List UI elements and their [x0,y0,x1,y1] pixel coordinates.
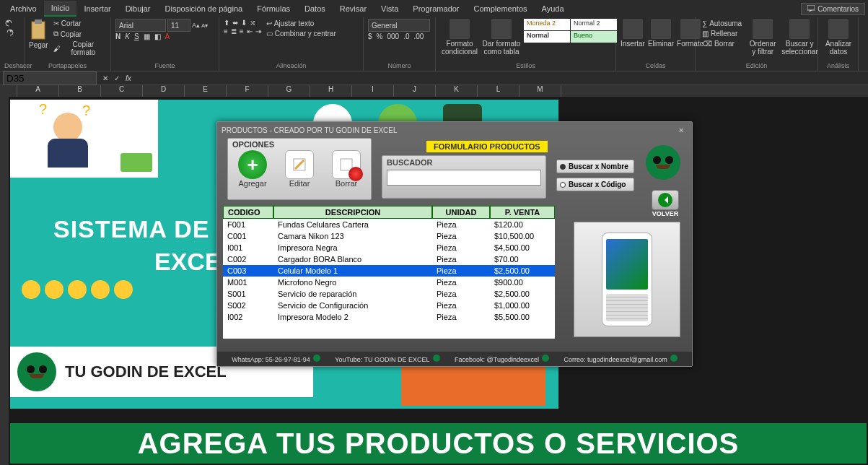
table-row[interactable]: C002Cargador BORA BlancoPieza$70.00 [223,253,555,265]
col-header-unidad[interactable]: UNIDAD [432,206,490,219]
undo-icon[interactable] [4,19,14,27]
radio-buscar-nombre[interactable]: Buscar x Nombre [556,160,634,173]
volver-button[interactable] [652,190,679,210]
italic-icon[interactable]: K [125,32,130,40]
col-header[interactable]: I [352,85,394,97]
indent-dec-icon[interactable]: ⇤ [247,27,253,35]
tab-dibujar[interactable]: Dibujar [118,1,158,16]
fill-color-icon[interactable]: ◧ [154,32,161,40]
font-size-select[interactable] [167,19,190,32]
inc-dec-icon[interactable]: .0 [403,32,409,40]
fx-icon[interactable]: fx [123,74,134,82]
col-header[interactable]: K [436,85,478,97]
fill-button[interactable]: ▥Rellenar [700,29,744,38]
formula-input[interactable] [134,73,868,84]
table-row[interactable]: F001Fundas Celulares CarteraPieza$120.00 [223,219,555,230]
font-name-select[interactable] [115,19,166,32]
tab-programador[interactable]: Programador [405,1,466,16]
col-header[interactable]: D [143,85,185,97]
table-row[interactable]: I001Impresora NegraPieza$4,500.00 [223,242,555,253]
dialog-titlebar[interactable]: PRODUCTOS - CREADO POR TU GODIN DE EXCEL… [217,122,692,138]
comments-button[interactable]: Comentarios [801,3,865,15]
col-header-codigo[interactable]: CODIGO [223,206,273,219]
sort-filter-icon[interactable] [753,19,773,39]
table-row[interactable]: I002Impresora Modelo 2Pieza$5,500.00 [223,311,555,323]
increase-font-icon[interactable]: A▴ [192,22,200,29]
merge-center-button[interactable]: ▭Combinar y centrar [264,29,338,38]
find-select-icon[interactable] [789,19,810,39]
align-middle-icon[interactable]: ⬌ [232,19,238,27]
col-header[interactable]: C [101,85,143,97]
indent-inc-icon[interactable]: ⇥ [255,27,261,35]
clear-button[interactable]: ⌫Borrar [700,39,744,48]
col-header[interactable]: G [268,85,310,97]
tab-revisar[interactable]: Revisar [333,1,374,16]
copy-button[interactable]: ⧉Copiar [51,29,106,39]
align-right-icon[interactable]: ≡ [240,27,244,35]
orientation-icon[interactable]: ⤮ [250,19,255,27]
name-box[interactable] [3,71,97,85]
align-left-icon[interactable]: ≡ [224,27,228,35]
accept-formula-icon[interactable]: ✓ [111,74,123,82]
style-bueno[interactable]: Bueno [571,31,617,43]
dec-dec-icon[interactable]: .00 [414,32,424,40]
col-header[interactable]: E [185,85,227,97]
style-normal[interactable]: Normal [524,31,570,43]
row-headers[interactable] [0,97,9,465]
cancel-formula-icon[interactable]: ✕ [100,74,111,82]
productos-listview[interactable]: CODIGO DESCRIPCION UNIDAD P. VENTA F001F… [223,206,555,339]
table-row[interactable]: M001Microfono NegroPieza$900.00 [223,277,555,288]
table-row[interactable]: C001Camara Nikon 123Pieza$10,500.00 [223,230,555,242]
wrap-text-button[interactable]: ↩Ajustar texto [264,19,338,28]
autosum-button[interactable]: ∑Autosuma [700,19,744,28]
tab-datos[interactable]: Datos [297,1,333,16]
bold-icon[interactable]: N [115,32,120,40]
col-header[interactable]: B [59,85,101,97]
insert-cells-icon[interactable] [623,19,643,39]
paste-icon[interactable] [29,19,48,40]
analyze-data-icon[interactable] [828,19,849,39]
tab-insertar[interactable]: Insertar [76,1,118,16]
decrease-font-icon[interactable]: A▾ [201,22,208,29]
thousands-icon[interactable]: 000 [387,32,399,40]
borrar-button[interactable]: Borrar [326,150,367,188]
font-color-icon[interactable]: A [165,32,170,40]
agregar-button[interactable]: + Agregar [232,150,273,188]
tab-complementos[interactable]: Complementos [467,1,535,16]
col-header[interactable]: F [227,85,268,97]
currency-icon[interactable]: $ [368,32,372,40]
col-header[interactable]: L [478,85,520,97]
search-input[interactable] [387,170,541,186]
col-header-pventa[interactable]: P. VENTA [490,206,555,219]
col-header-descripcion[interactable]: DESCRIPCION [273,206,432,219]
align-center-icon[interactable]: ≣ [231,27,237,35]
tab-ayuda[interactable]: Ayuda [535,1,571,16]
format-as-table-icon[interactable] [491,19,512,39]
select-all-corner[interactable] [0,85,17,97]
conditional-format-icon[interactable] [450,19,470,39]
cut-button[interactable]: ✂Cortar [51,19,106,28]
style-normal2[interactable]: Normal 2 [571,19,617,30]
tab-inicio[interactable]: Inicio [44,1,77,17]
cell-styles-gallery[interactable]: Moneda 2 Normal 2 Normal Bueno [524,19,617,43]
underline-icon[interactable]: S [134,32,139,40]
number-format-select[interactable] [368,19,430,32]
format-painter-button[interactable]: 🖌Copiar formato [51,40,106,57]
col-header[interactable]: J [394,85,436,97]
table-row[interactable]: S001Servicio de reparaciónPieza$2,500.00 [223,288,555,300]
radio-buscar-codigo[interactable]: Buscar x Código [556,178,634,191]
col-header[interactable]: A [17,85,59,97]
close-icon[interactable]: ✕ [675,124,688,136]
align-top-icon[interactable]: ⬆ [224,19,229,27]
redo-icon[interactable] [4,28,14,37]
tab-vista[interactable]: Vista [374,1,405,16]
align-bottom-icon[interactable]: ⬇ [241,19,247,27]
tab-formulas[interactable]: Fórmulas [250,1,297,16]
tab-archivo[interactable]: Archivo [3,1,44,16]
table-row[interactable]: S002Servicio de ConfiguraciónPieza$1,000… [223,300,555,311]
style-moneda2[interactable]: Moneda 2 [524,19,570,30]
delete-cells-icon[interactable] [651,19,671,39]
tab-disposicion[interactable]: Disposición de página [158,1,250,16]
col-header[interactable]: M [520,85,561,97]
col-header[interactable]: H [310,85,352,97]
